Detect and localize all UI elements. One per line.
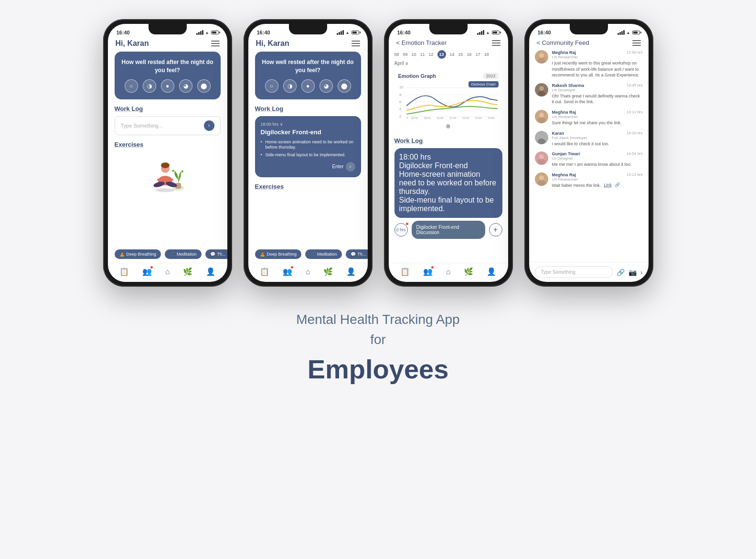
worklog-hrs-3: 18:00 hrs — [399, 153, 498, 161]
back-label-4[interactable]: < Community Feed — [537, 39, 589, 46]
date-11: 11 — [420, 52, 425, 57]
emoji-row-1: ○ ◑ ● ◕ ⬤ — [121, 79, 214, 93]
avatar-meghna-3 — [535, 172, 548, 186]
emoji-8[interactable]: ● — [301, 79, 315, 93]
chat-icon-2: 💬 — [351, 252, 356, 257]
nav-wellness-1[interactable]: 🌿 — [183, 267, 192, 276]
menu-icon-4[interactable] — [632, 40, 641, 46]
worklog-hrs-2: 18:00 hrs ∨ — [261, 122, 355, 127]
worklog-item-3-0: Home-screen animation need to be worked … — [399, 170, 498, 196]
add-btn-3[interactable]: + — [489, 223, 502, 236]
emoji-7[interactable]: ◑ — [283, 79, 297, 93]
nav-calendar-2[interactable]: 📋 — [260, 267, 269, 276]
date-10: 10 — [412, 52, 416, 57]
bottom-title: Mental Health Tracking App for Employees — [296, 310, 459, 385]
send-icon-4[interactable]: › — [640, 269, 643, 276]
avatar-gunjan — [535, 151, 548, 165]
screen-2: 16:40 ▲ Hi, Karan How well rested after … — [248, 24, 368, 282]
emoji-2[interactable]: ◑ — [143, 79, 156, 93]
menu-icon-2[interactable] — [351, 41, 360, 46]
svg-text:13:00: 13:00 — [475, 117, 481, 119]
worklog-placeholder-1: Type Something... — [121, 123, 163, 129]
nav-wellness-3[interactable]: 🌿 — [464, 267, 473, 276]
pill-meditation-2[interactable]: 🎵 Meditation — [305, 249, 342, 259]
exercises-title-1: Exercises — [115, 141, 221, 148]
enter-arrow-2[interactable]: › — [346, 162, 355, 172]
message-2: Rakesh Sharma UX Developer 13:35 hrs Oh!… — [535, 83, 643, 105]
worklog-item-3-1: Side-menu final layout to be implemented… — [399, 196, 498, 213]
emoji-9[interactable]: ◕ — [319, 79, 333, 93]
pill-deep-breathing-2[interactable]: 🧘 Deep Breathing — [255, 249, 302, 259]
pill-deep-breathing-1[interactable]: 🧘 Deep Breathing — [115, 249, 161, 259]
graph-title-row-3: Emotion Graph 2022 — [398, 73, 499, 79]
worklog-arrow-1[interactable]: › — [204, 120, 214, 131]
status-icons-4: ▲ — [618, 30, 639, 35]
msg-role-2: UX Developer — [552, 88, 585, 92]
worklog-item-2-1: Side-menu final layout to be implemented… — [261, 152, 355, 158]
svg-text:6: 6 — [399, 100, 401, 104]
nav-home-3[interactable]: ⌂ — [446, 268, 451, 276]
nav-people-2[interactable]: 👥 — [283, 267, 292, 276]
svg-text:09:00: 09:00 — [424, 117, 430, 119]
enter-btn-2[interactable]: Enter › — [261, 162, 355, 172]
nav-profile-1[interactable]: 👤 — [206, 267, 215, 276]
worklog-input-1[interactable]: Type Something... › — [115, 116, 221, 135]
exercise-pills-2: 🧘 Deep Breathing 🎵 Meditation 💬 Th... — [248, 249, 368, 263]
msg-body-6: Meghna Raj UX Researcher 13:13 hrs Wait … — [552, 172, 643, 189]
emoji-5[interactable]: ⬤ — [197, 79, 211, 93]
nav-profile-2[interactable]: 👤 — [346, 267, 356, 276]
time-1: 16:40 — [117, 30, 130, 35]
avatar-karan — [535, 131, 548, 144]
emoji-10[interactable]: ⬤ — [338, 79, 351, 93]
emoji-6[interactable]: ○ — [265, 79, 278, 93]
svg-point-9 — [156, 188, 175, 192]
avatar-meghna-1 — [535, 50, 548, 64]
feed-content-4: Meghna Raj UX Researcher 11:00 hrs I jus… — [529, 50, 649, 262]
battery-icon-1 — [211, 31, 219, 34]
nav-home-2[interactable]: ⌂ — [306, 268, 310, 276]
back-label-3[interactable]: < Emotion Tracker — [396, 39, 447, 46]
msg-body-5: Gunjan Tiwari Ux Designer 14:54 hrs Me m… — [552, 151, 643, 168]
nav-calendar-1[interactable]: 📋 — [119, 267, 129, 276]
chat-input-4[interactable]: Type Something — [535, 266, 613, 278]
worklog-title-1: Work Log — [115, 105, 221, 112]
emoji-1[interactable]: ○ — [125, 79, 138, 93]
msg-name-4: Karan — [552, 131, 587, 136]
nav-wellness-2[interactable]: 🌿 — [323, 267, 333, 276]
nav-people-1[interactable]: 👥 — [142, 267, 152, 276]
signal-icon-1 — [196, 30, 203, 35]
nav-profile-3[interactable]: 👤 — [487, 267, 496, 276]
msg-time-4: 14:20 hrs — [627, 131, 642, 140]
date-15: 15 — [458, 52, 463, 57]
emoji-4[interactable]: ◕ — [179, 79, 192, 93]
date-17: 17 — [476, 52, 480, 57]
worklog-title-2: Work Log — [255, 105, 361, 112]
question-text-1: How well rested after the night do you f… — [121, 58, 214, 75]
msg-text-2: Oh! Thats great I would definetly wanna … — [552, 93, 643, 105]
nav-home-1[interactable]: ⌂ — [165, 268, 170, 276]
msg-body-3: Meghna Raj UX Researcher 13:11 hrs Sure … — [552, 110, 643, 126]
wifi-icon-3: ▲ — [486, 31, 490, 35]
pill-more-2[interactable]: 💬 Th... — [346, 249, 368, 259]
battery-icon-3 — [492, 31, 500, 34]
nav-people-3[interactable]: 👥 — [423, 267, 433, 276]
distress-badge-3: Distress Chart — [469, 81, 499, 87]
pill-more-1[interactable]: 💬 Th... — [205, 249, 227, 259]
nav-calendar-3[interactable]: 📋 — [400, 267, 410, 276]
menu-icon-3[interactable] — [492, 40, 500, 46]
screen-content-1: How well rested after the night do you f… — [108, 52, 227, 246]
exercise-pills-1: 🧘 Deep Breathing 🎵 Meditation 💬 Th... — [108, 249, 227, 263]
msg-body-4: Karan Full-Stack Developer 14:20 hrs I w… — [552, 131, 643, 147]
active-date-3[interactable]: 13 — [437, 50, 446, 59]
pill-meditation-1[interactable]: 🎵 Meditation — [165, 249, 202, 259]
battery-icon-2 — [351, 31, 359, 34]
camera-icon-4[interactable]: 📷 — [628, 269, 637, 276]
menu-icon-1[interactable] — [211, 41, 220, 46]
attachment-icon-4[interactable]: 🔗 — [617, 269, 625, 276]
graph-icons: ◎ — [398, 123, 499, 129]
emoji-3[interactable]: ● — [161, 79, 174, 93]
message-4: Karan Full-Stack Developer 14:20 hrs I w… — [535, 131, 643, 147]
notch-4 — [570, 24, 608, 34]
msg-link-6[interactable]: Link — [604, 183, 612, 187]
msg-body-1: Meghna Raj UX Researcher 11:00 hrs I jus… — [552, 50, 643, 78]
